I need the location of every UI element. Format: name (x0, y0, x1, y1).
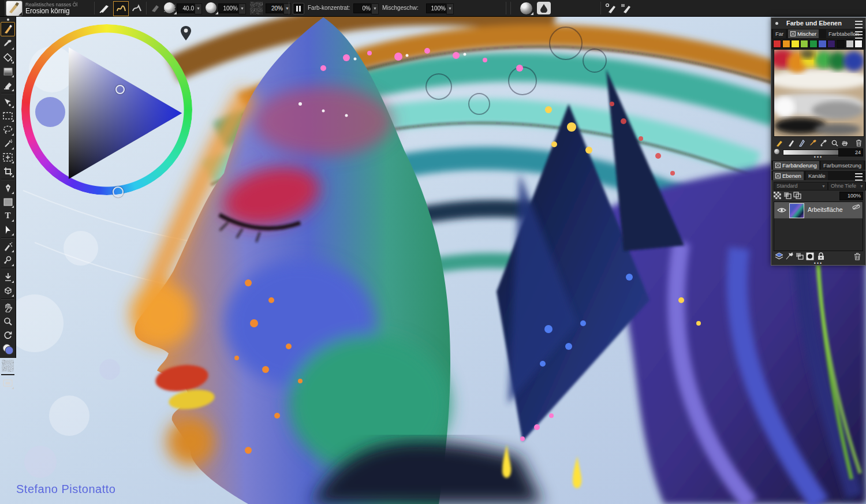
size-field[interactable]: 40.0 (177, 3, 196, 13)
hue-selector[interactable] (113, 186, 124, 197)
composite-method-dropdown[interactable]: Standard▼ (774, 182, 828, 191)
palette-knife-icon[interactable] (797, 139, 806, 147)
tool-rect-shape[interactable] (1, 195, 14, 208)
layer-visibility-eye-icon[interactable] (777, 207, 786, 213)
panel-resize-dots[interactable]: ••• (771, 156, 865, 160)
tab-ebenen[interactable]: Ebenen (773, 171, 804, 180)
tool-dropper[interactable] (1, 37, 14, 50)
slider-knob-icon[interactable] (774, 149, 779, 154)
tool-magnifier[interactable] (1, 315, 14, 328)
layer-commands-icon[interactable] (775, 252, 783, 260)
paper-swatch[interactable] (1, 358, 14, 373)
composite-depth-dropdown[interactable]: Ohne Tiefe▼ (828, 182, 866, 191)
delete-layer-trash-icon[interactable] (854, 252, 861, 260)
panel-header[interactable]: Farbe und Ebenen (771, 18, 865, 29)
toolbox-grip-dot[interactable] (7, 18, 9, 21)
tab-farbumsetzung[interactable]: Farbumsetzung (821, 161, 864, 170)
triangle-selector[interactable] (115, 85, 125, 94)
opacity-dropdown-arrow[interactable]: ▼ (238, 3, 246, 14)
paper-texture-swatch[interactable] (249, 1, 263, 15)
color-wheel[interactable] (21, 24, 192, 195)
mixer-brush-size-slider[interactable]: 24 (771, 148, 865, 156)
orb-sphere-icon[interactable] (517, 1, 535, 15)
freehand-stroke-button[interactable] (113, 1, 129, 16)
water-droplet-icon[interactable] (537, 2, 551, 14)
new-layer-mask-icon[interactable] (806, 252, 814, 260)
swatch-gray[interactable] (846, 40, 854, 48)
brush-selector-button[interactable] (6, 1, 23, 16)
tool-perspective-box[interactable] (1, 284, 14, 297)
sample-color-pipette-icon[interactable] (808, 139, 818, 147)
tool-shape-select[interactable] (1, 223, 14, 236)
tool-magic-wand[interactable] (1, 137, 14, 150)
resat-dropdown-arrow[interactable]: ▼ (371, 3, 379, 14)
tool-crop[interactable] (1, 165, 14, 178)
sample-multiple-dropper-icon[interactable] (819, 139, 828, 147)
tool-eraser[interactable] (1, 79, 14, 92)
tool-pen[interactable] (1, 181, 14, 195)
dynamic-plugins-icon[interactable] (785, 252, 794, 260)
bleed-dropdown-arrow[interactable]: ▼ (446, 3, 454, 14)
tab-farbe[interactable]: Far (773, 29, 786, 38)
tool-lasso[interactable] (1, 123, 14, 136)
clone-brush-dot-icon[interactable] (604, 1, 618, 15)
dirty-brush-icon[interactable] (775, 139, 784, 147)
clone-brush-square-icon[interactable] (619, 1, 633, 15)
swatch-white[interactable] (854, 40, 863, 48)
brush-variant-label[interactable]: Erosion körnig (25, 7, 70, 15)
layers-menu-icon[interactable] (855, 173, 863, 181)
tool-node-edit[interactable] (1, 253, 14, 267)
lock-layer-icon[interactable] (818, 252, 824, 260)
swatch-yellowgreen[interactable] (800, 40, 808, 48)
swatch-yellow[interactable] (791, 40, 799, 48)
tab-mischer[interactable]: Mischer (788, 29, 819, 38)
zoom-mixer-icon[interactable] (830, 139, 839, 147)
tool-rotate-page[interactable] (1, 328, 14, 342)
toolbar-edge-grip[interactable] (0, 0, 5, 16)
layers-resize-dots[interactable]: ••• (771, 262, 865, 267)
tool-screen-mode[interactable] (1, 376, 14, 390)
swatch-orange[interactable] (782, 40, 790, 48)
tool-sparkle-brush[interactable] (1, 240, 14, 253)
swatch-red[interactable] (773, 40, 781, 48)
copy-layer-icon[interactable] (793, 192, 801, 199)
color-swatch-pair[interactable] (1, 342, 14, 357)
clear-mixer-trash-icon[interactable] (854, 139, 863, 147)
swatch-blue[interactable] (818, 40, 826, 48)
apply-color-brush-icon[interactable] (786, 139, 796, 147)
opacity-field[interactable]: 100% (218, 3, 240, 13)
tool-hand[interactable] (1, 301, 14, 314)
tool-paint-bucket[interactable] (1, 51, 14, 64)
slider-track[interactable] (783, 150, 839, 155)
stroke-style-icon[interactable] (97, 1, 112, 15)
pause-diffusion-button[interactable] (293, 3, 304, 14)
resat-field[interactable]: 0% (353, 3, 373, 13)
layer-opacity-value[interactable]: 100% (839, 192, 863, 200)
tool-text[interactable]: T (1, 209, 14, 222)
swatch-black[interactable] (837, 40, 845, 48)
tool-layer-adjuster[interactable] (1, 95, 14, 109)
pick-up-color-icon[interactable] (783, 192, 792, 199)
location-pin-icon[interactable] (180, 25, 192, 41)
faded-brush-icon[interactable] (149, 1, 162, 15)
swatch-green[interactable] (809, 40, 818, 48)
tool-rect-select[interactable] (1, 109, 14, 122)
swatch-purple[interactable] (827, 40, 835, 48)
tab-farbaenderung[interactable]: Farbänderung (773, 161, 819, 170)
tab-kanaele[interactable]: Kanäle (806, 171, 828, 180)
grain-dropdown-arrow[interactable]: ▼ (283, 3, 291, 14)
pan-mixer-icon[interactable] (840, 139, 849, 147)
tool-transform[interactable] (1, 151, 14, 164)
layer-name[interactable]: Arbeitsfläche (808, 206, 843, 213)
panel-menu-icon[interactable] (855, 21, 863, 28)
checker-icon[interactable] (774, 192, 781, 199)
size-dropdown-arrow[interactable]: ▼ (195, 3, 202, 14)
tool-brush[interactable] (1, 22, 15, 36)
size-knob-icon[interactable] (164, 2, 175, 13)
mixer-pad[interactable] (774, 49, 864, 137)
mixer-menu-icon[interactable] (855, 31, 863, 39)
tool-guide-drop[interactable] (1, 270, 14, 283)
bleed-field[interactable]: 100% (426, 3, 448, 13)
grain-field[interactable]: 20% (266, 3, 285, 13)
opacity-knob-icon[interactable] (206, 2, 216, 13)
